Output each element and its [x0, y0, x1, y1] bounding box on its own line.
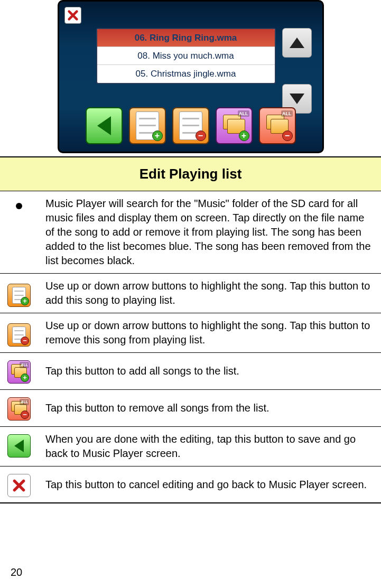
song-item[interactable]: 08. Miss you much.wma [97, 47, 275, 65]
add-all-icon: ALL + [7, 360, 31, 384]
close-icon[interactable] [64, 7, 81, 24]
add-all-icon[interactable]: ALL + [216, 107, 253, 144]
remove-all-icon: ALL − [7, 397, 31, 421]
add-song-icon: + [7, 284, 31, 307]
row-text: Music Player will search for the "Music"… [38, 191, 381, 274]
device-screenshot: 06. Ring Ring Ring.wma 08. Miss you much… [0, 0, 381, 153]
row-text: When you are done with the editing, tap … [38, 427, 381, 466]
row-text: Use up or down arrow buttons to highligh… [38, 313, 381, 353]
row-text: Tap this button to cancel editing and go… [38, 466, 381, 503]
bullet-icon [16, 203, 22, 209]
remove-song-icon[interactable]: − [172, 107, 209, 144]
page-number: 20 [11, 566, 22, 578]
song-item[interactable]: 06. Ring Ring Ring.wma [97, 29, 275, 47]
row-text: Tap this button to remove all songs from… [38, 390, 381, 427]
back-save-icon [7, 434, 31, 458]
cancel-icon [7, 474, 31, 497]
instruction-table: Edit Playing list Music Player will sear… [0, 156, 381, 503]
add-song-icon[interactable]: + [129, 107, 166, 144]
row-text: Tap this button to add all songs to the … [38, 353, 381, 390]
row-text: Use up or down arrow buttons to highligh… [38, 274, 381, 313]
scroll-up-icon[interactable] [282, 28, 312, 58]
back-save-icon[interactable] [86, 107, 123, 144]
remove-all-icon[interactable]: ALL − [259, 107, 296, 144]
remove-song-icon: − [7, 323, 31, 347]
section-title: Edit Playing list [0, 157, 381, 191]
song-item[interactable]: 05. Christmas jingle.wma [97, 65, 275, 83]
song-list: 06. Ring Ring Ring.wma 08. Miss you much… [96, 28, 276, 84]
